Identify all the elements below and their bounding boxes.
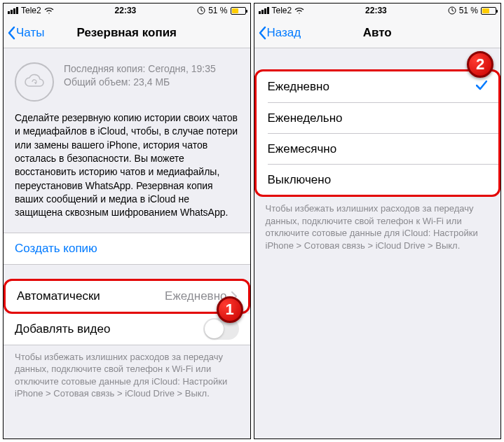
status-bar: Tele2 22:33 51 % [254, 4, 501, 18]
option-label: Выключено [268, 173, 332, 187]
back-label: Назад [267, 26, 301, 40]
footer-note: Чтобы избежать излишних расходов за пере… [254, 197, 501, 263]
status-bar: Tele2 22:33 51 % [4, 4, 250, 18]
chevron-left-icon [8, 26, 16, 40]
clock-label: 22:33 [365, 6, 387, 15]
cloud-refresh-icon [15, 62, 54, 102]
signal-icon [8, 7, 18, 14]
option-label: Еженедельно [268, 111, 343, 125]
auto-backup-row[interactable]: Автоматически Ежедневно [6, 281, 248, 312]
back-button[interactable]: Назад [254, 26, 301, 40]
backup-size-label: Общий объем: 23,4 МБ [64, 76, 216, 89]
annotation-marker-1: 1 [217, 296, 243, 323]
battery-pct-label: 51 % [459, 6, 478, 15]
last-backup-label: Последняя копия: Сегодня, 19:35 [64, 62, 216, 76]
footer-note: Чтобы избежать излишних расходов за пере… [4, 345, 250, 411]
auto-backup-label: Автоматически [17, 289, 100, 303]
carrier-label: Tele2 [21, 6, 41, 15]
option-label: Ежемесячно [268, 142, 337, 156]
option-label: Ежедневно [268, 80, 329, 94]
auto-backup-value: Ежедневно [165, 289, 226, 303]
checkmark-icon [476, 80, 487, 94]
wifi-icon [294, 7, 304, 14]
carrier-label: Tele2 [272, 6, 292, 15]
clock-label: 22:33 [115, 6, 137, 15]
include-video-row[interactable]: Добавлять видео [4, 314, 250, 345]
back-label: Чаты [16, 26, 44, 40]
nav-bar: Чаты Резервная копия [4, 18, 250, 48]
option-monthly[interactable]: Ежемесячно [268, 133, 499, 164]
option-daily[interactable]: Ежедневно [257, 71, 499, 102]
signal-icon [259, 7, 269, 14]
create-backup-button[interactable]: Создать копию [4, 233, 250, 264]
option-off[interactable]: Выключено [268, 164, 499, 195]
nav-bar: Назад Авто [254, 18, 501, 48]
chevron-left-icon [259, 26, 267, 40]
rotation-lock-icon [448, 6, 456, 15]
wifi-icon [44, 7, 54, 14]
option-weekly[interactable]: Еженедельно [268, 102, 499, 133]
rotation-lock-icon [197, 6, 205, 15]
back-button[interactable]: Чаты [4, 26, 44, 40]
backup-description: Сделайте резервную копию истории своих ч… [4, 107, 250, 233]
battery-icon [481, 7, 496, 15]
annotation-marker-2: 2 [467, 51, 493, 78]
include-video-label: Добавлять видео [15, 322, 110, 336]
battery-icon [231, 7, 246, 15]
create-backup-label: Создать копию [15, 242, 97, 256]
battery-pct-label: 51 % [208, 6, 227, 15]
